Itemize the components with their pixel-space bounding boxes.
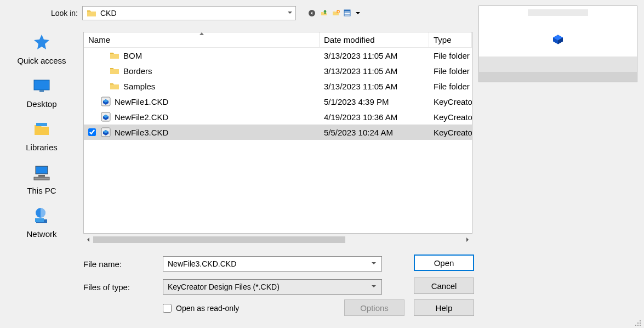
open-button-label: Open (434, 258, 454, 268)
help-button[interactable]: Help (414, 299, 474, 316)
ckd-file-icon (100, 127, 111, 138)
filetype-value: KeyCreator Design Files (*.CKD) (168, 282, 280, 291)
file-list-header: Name Date modified Type (84, 32, 472, 48)
file-type: File folder (429, 82, 472, 91)
file-date: 4/19/2023 10:36 AM (320, 112, 429, 122)
filename-label: File name: (83, 259, 163, 269)
lookin-value: CKD (100, 9, 284, 18)
column-date-label: Date modified (324, 35, 375, 44)
sidebar-item-network[interactable]: Network (7, 205, 77, 239)
preview-thumbnail-icon (552, 35, 564, 47)
scrollbar-thumb[interactable] (93, 236, 345, 243)
sidebar-item-libraries[interactable]: Libraries (7, 118, 77, 152)
row-checkbox[interactable] (88, 128, 96, 136)
this-pc-icon (31, 162, 53, 184)
horizontal-scrollbar[interactable] (83, 235, 472, 245)
filetype-label: Files of type: (83, 282, 163, 292)
lookin-combo[interactable]: CKD (82, 6, 296, 20)
folder-icon (109, 81, 120, 92)
view-menu-icon[interactable] (343, 8, 353, 18)
column-name-label: Name (88, 35, 110, 44)
sort-ascending-icon (199, 31, 204, 37)
sidebar-item-this-pc[interactable]: This PC (7, 162, 77, 195)
filename-input[interactable]: NewFile3.CKD.CKD (163, 256, 382, 272)
file-type: File folder (429, 66, 472, 76)
readonly-label: Open as read-only (176, 304, 239, 313)
sidebar-item-label: Libraries (26, 143, 58, 152)
cancel-button-label: Cancel (431, 281, 457, 291)
file-name: Samples (123, 82, 155, 91)
libraries-icon (31, 118, 53, 140)
svg-rect-7 (34, 80, 49, 90)
file-name: NewFile3.CKD (115, 128, 168, 137)
open-button[interactable]: Open (414, 255, 474, 271)
scroll-right-icon[interactable] (463, 235, 472, 245)
filetype-select[interactable]: KeyCreator Design Files (*.CKD) (163, 279, 382, 295)
sidebar-item-quick-access[interactable]: Quick access (7, 32, 77, 65)
file-name: BOM (123, 51, 142, 60)
file-type: File folder (429, 51, 472, 60)
file-date: 3/13/2023 11:05 AM (320, 82, 429, 91)
file-date: 3/13/2023 11:05 AM (320, 51, 429, 60)
folder-icon (109, 50, 120, 61)
cancel-button[interactable]: Cancel (414, 278, 474, 294)
svg-rect-11 (36, 166, 48, 174)
file-row[interactable]: Borders3/13/2023 11:05 AMFile folder (84, 63, 472, 78)
folder-icon (109, 65, 120, 76)
file-row[interactable]: NewFile2.CKD4/19/2023 10:36 AMKeyCreator… (84, 109, 472, 125)
scrollbar-track[interactable] (93, 236, 463, 243)
svg-rect-10 (36, 123, 47, 126)
file-name: Borders (123, 66, 152, 76)
ckd-file-icon (100, 111, 111, 122)
chevron-down-icon[interactable] (369, 282, 378, 292)
file-type: KeyCreator Design File (429, 112, 472, 122)
file-row[interactable]: NewFile3.CKD5/5/2023 10:24 AMKeyCreator … (84, 125, 472, 140)
sidebar-item-desktop[interactable]: Desktop (7, 75, 77, 109)
svg-rect-4 (344, 10, 350, 12)
svg-rect-16 (35, 218, 44, 222)
column-type[interactable]: Type (429, 32, 472, 47)
sidebar-item-label: Desktop (26, 99, 56, 109)
file-date: 5/1/2023 4:39 PM (320, 97, 429, 106)
sidebar-item-label: Network (26, 229, 56, 239)
file-list[interactable]: Name Date modified Type BOM3/13/2023 11:… (83, 32, 472, 234)
folder-icon (86, 8, 97, 19)
network-icon (31, 205, 53, 227)
file-date: 3/13/2023 11:05 AM (320, 66, 429, 76)
view-menu-dropdown-icon[interactable] (355, 8, 361, 18)
file-type: KeyCreator Design File (429, 128, 472, 137)
resize-grip-icon[interactable] (634, 319, 642, 327)
file-row[interactable]: BOM3/13/2023 11:05 AMFile folder (84, 48, 472, 63)
column-type-label: Type (434, 35, 452, 44)
file-name: NewFile1.CKD (115, 97, 168, 106)
preview-panel (478, 5, 637, 82)
new-folder-icon[interactable]: ★ (331, 8, 341, 18)
chevron-down-icon[interactable] (369, 259, 378, 269)
filename-value: NewFile3.CKD.CKD (168, 259, 236, 268)
file-type: KeyCreator Design File (429, 97, 472, 106)
file-row[interactable]: NewFile1.CKD5/1/2023 4:39 PMKeyCreator D… (84, 94, 472, 109)
file-row[interactable]: Samples3/13/2023 11:05 AMFile folder (84, 78, 472, 94)
options-button: Options (344, 299, 404, 316)
options-button-label: Options (360, 303, 389, 313)
quick-access-icon (31, 32, 53, 54)
svg-rect-13 (34, 177, 49, 180)
help-button-label: Help (436, 303, 453, 313)
file-date: 5/5/2023 10:24 AM (320, 128, 429, 137)
sidebar-item-label: Quick access (17, 56, 66, 65)
lookin-label: Look in: (0, 9, 82, 18)
ckd-file-icon (100, 96, 111, 107)
scroll-left-icon[interactable] (83, 235, 93, 245)
readonly-checkbox[interactable] (163, 304, 172, 313)
up-one-level-icon[interactable] (319, 8, 329, 18)
back-icon[interactable] (307, 8, 317, 18)
sidebar-item-label: This PC (27, 186, 56, 195)
chevron-down-icon[interactable] (284, 8, 295, 19)
svg-rect-9 (39, 91, 44, 92)
column-name[interactable]: Name (84, 32, 320, 47)
svg-rect-12 (38, 175, 45, 177)
column-date[interactable]: Date modified (320, 32, 429, 47)
file-name: NewFile2.CKD (115, 112, 168, 122)
desktop-icon (31, 75, 53, 97)
